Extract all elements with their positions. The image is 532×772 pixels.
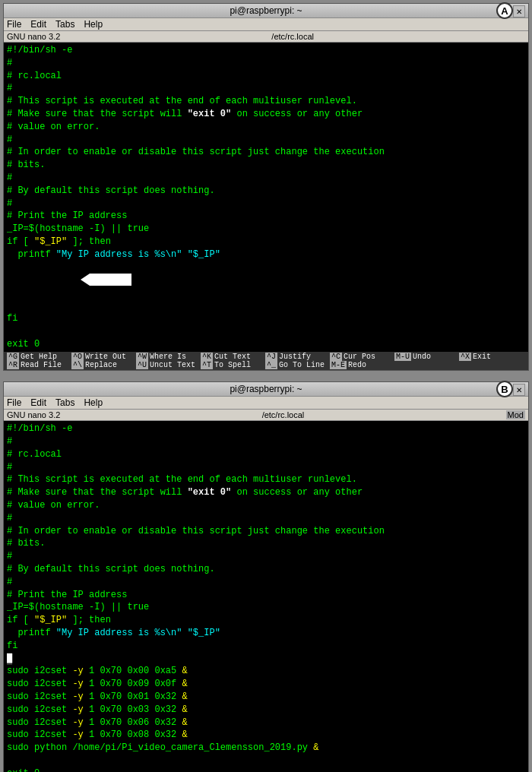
key-cut-text-a: ^K xyxy=(201,353,213,361)
line-3: # rc.local xyxy=(7,70,525,83)
line-2: # xyxy=(7,57,525,70)
line-19 xyxy=(7,325,525,338)
status-get-help-a[interactable]: ^G Get Help xyxy=(5,353,70,361)
line-20: exit 0 xyxy=(7,338,525,351)
b-line-28: exit 0 xyxy=(7,767,525,772)
label-write-out-a: Write Out xyxy=(85,353,126,361)
b-line-24: sudo i2cset -y 1 0x70 0x06 0x32 & xyxy=(7,717,525,729)
b-line-20: sudo i2cset -y 1 0x70 0x00 0xa5 & xyxy=(7,665,525,678)
line-7: # value on error. xyxy=(7,121,525,134)
label-justify-a: Justify xyxy=(279,353,311,361)
label-go-to-line-a: Go To Line xyxy=(279,361,325,369)
status-exit-a[interactable]: ^X Exit xyxy=(458,353,522,361)
editor-content-a[interactable]: #!/bin/sh -e # # rc.local # # This scrip… xyxy=(4,43,528,352)
key-cur-pos-a: ^C xyxy=(330,353,342,361)
b-line-22: sudo i2cset -y 1 0x70 0x01 0x32 & xyxy=(7,691,525,704)
key-justify-a: ^J xyxy=(265,353,277,361)
key-undo-a: M-U xyxy=(394,353,411,361)
window-separator xyxy=(0,374,532,378)
line-10: # bits. xyxy=(7,159,525,172)
b-line-4: # xyxy=(7,461,525,474)
label-to-spell-a: To Spell xyxy=(214,361,251,369)
info-bar-a: GNU nano 3.2 /etc/rc.local xyxy=(4,31,528,43)
label-uncut-a: Uncut Text xyxy=(150,361,195,369)
line-16: if [ "$_IP" ]; then xyxy=(7,236,525,248)
label-cut-text-a: Cut Text xyxy=(214,353,251,361)
key-to-spell-a: ^T xyxy=(201,361,213,369)
status-cut-text-a[interactable]: ^K Cut Text xyxy=(199,353,264,361)
b-line-7: # value on error. xyxy=(7,499,525,512)
label-exit-a: Exit xyxy=(473,353,491,361)
b-line-12: # By default this script does nothing. xyxy=(7,563,525,576)
terminal-window-b: pi@raspberrypi: ~ ✕ B File Edit Tabs Hel… xyxy=(3,381,529,772)
label-undo-a: Undo xyxy=(413,353,431,361)
b-line-9: # In order to enable or disable this scr… xyxy=(7,525,525,538)
label-badge-a: A xyxy=(496,2,513,19)
menu-bar-a: File Edit Tabs Help xyxy=(4,18,528,31)
menu-edit-b[interactable]: Edit xyxy=(30,397,46,408)
menu-file-b[interactable]: File xyxy=(7,397,21,408)
status-go-to-line-a[interactable]: ^_ Go To Line xyxy=(264,361,328,369)
key-write-out-a: ^O xyxy=(71,353,84,361)
editor-content-b[interactable]: #!/bin/sh -e # # rc.local # # This scrip… xyxy=(4,421,528,772)
terminal-window-a: pi@raspberrypi: ~ ✕ A File Edit Tabs Hel… xyxy=(3,3,529,371)
nano-version-a: GNU nano 3.2 xyxy=(7,32,60,41)
menu-help-a[interactable]: Help xyxy=(84,19,103,30)
label-get-help-a: Get Help xyxy=(21,353,57,361)
key-get-help-a: ^G xyxy=(7,353,19,361)
status-to-spell-a[interactable]: ^T To Spell xyxy=(199,361,264,369)
menu-edit-a[interactable]: Edit xyxy=(30,19,46,30)
b-line-15: _IP=$(hostname -I) || true xyxy=(7,601,525,614)
line-11: # xyxy=(7,172,525,185)
menu-help-b[interactable]: Help xyxy=(84,397,103,408)
b-line-8: # xyxy=(7,512,525,525)
title-b: pi@raspberrypi: ~ xyxy=(230,384,302,394)
b-line-5: # This script is executed at the end of … xyxy=(7,473,525,486)
line-4: # xyxy=(7,82,525,95)
line-14-comment: # Print the IP address xyxy=(7,210,525,223)
b-line-10: # bits. xyxy=(7,537,525,550)
file-path-b: /etc/rc.local xyxy=(262,410,305,419)
status-replace-a[interactable]: ^\ Replace xyxy=(70,361,135,369)
mod-indicator-b: Mod xyxy=(506,410,525,419)
status-justify-a[interactable]: ^J Justify xyxy=(264,353,328,361)
status-where-is-a[interactable]: ^W Where Is xyxy=(135,353,199,361)
status-redo-a[interactable]: M-E Redo xyxy=(328,361,393,369)
status-read-file-a[interactable]: ^R Read File xyxy=(5,361,70,369)
line-13: # xyxy=(7,198,525,210)
menu-tabs-b[interactable]: Tabs xyxy=(55,397,74,408)
key-where-is-a: ^W xyxy=(136,353,148,361)
b-line-6: # Make sure that the script will "exit 0… xyxy=(7,486,525,499)
line-17: printf "My IP address is %s\n" "$_IP" xyxy=(7,248,525,312)
line-9: # In order to enable or disable this scr… xyxy=(7,146,525,159)
status-uncut-a[interactable]: ^U Uncut Text xyxy=(135,361,199,369)
menu-bar-b: File Edit Tabs Help xyxy=(4,397,528,410)
b-line-3: # rc.local xyxy=(7,448,525,461)
label-badge-b: B xyxy=(496,381,513,397)
b-line-25: sudo i2cset -y 1 0x70 0x08 0x32 & xyxy=(7,729,525,742)
info-bar-b: GNU nano 3.2 /etc/rc.local Mod xyxy=(4,410,528,421)
title-bar-b: pi@raspberrypi: ~ ✕ B xyxy=(4,382,528,397)
status-write-out-a[interactable]: ^O Write Out xyxy=(70,353,135,361)
title-a: pi@raspberrypi: ~ xyxy=(230,5,302,16)
b-line-16: if [ "$_IP" ]; then xyxy=(7,614,525,627)
label-redo-a: Redo xyxy=(348,361,366,369)
close-button-a[interactable]: ✕ xyxy=(513,5,525,17)
line-5: # This script is executed at the end of … xyxy=(7,95,525,108)
b-line-23: sudo i2cset -y 1 0x70 0x03 0x32 & xyxy=(7,704,525,717)
line-1: #!/bin/sh -e xyxy=(7,44,525,57)
close-button-b[interactable]: ✕ xyxy=(513,384,525,396)
b-line-18: fi xyxy=(7,640,525,653)
key-exit-a: ^X xyxy=(459,353,471,361)
b-line-13: # xyxy=(7,576,525,589)
b-line-26: sudo python /home/pi/Pi_video_camera_Cle… xyxy=(7,742,525,755)
menu-tabs-a[interactable]: Tabs xyxy=(55,19,74,30)
menu-file-a[interactable]: File xyxy=(7,19,21,30)
b-line-1: #!/bin/sh -e xyxy=(7,422,525,435)
line-18: fi xyxy=(7,312,525,325)
label-read-file-a: Read File xyxy=(21,361,62,369)
b-line-17: printf "My IP address is %s\n" "$_IP" xyxy=(7,627,525,640)
key-read-file-a: ^R xyxy=(7,361,19,369)
status-undo-a[interactable]: M-U Undo xyxy=(393,353,458,361)
status-cur-pos-a[interactable]: ^C Cur Pos xyxy=(328,353,393,361)
